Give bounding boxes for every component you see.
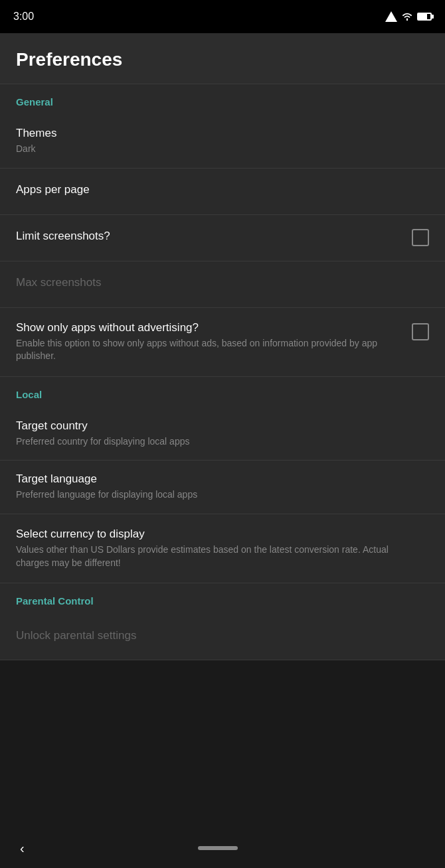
parental-section-header: Parental control (0, 583, 445, 614)
local-label: Local (16, 389, 42, 400)
unlock-parental-item[interactable]: Unlock parental settings (0, 614, 445, 660)
limit-screenshots-checkbox[interactable] (412, 229, 429, 246)
target-country-content: Target country Preferred country for dis… (16, 419, 429, 449)
max-screenshots-content: Max screenshots (16, 276, 429, 292)
back-button[interactable]: ‹ (20, 841, 25, 856)
general-label: General (16, 96, 53, 108)
no-ads-title: Show only apps without advertising? (16, 321, 401, 334)
home-pill[interactable] (198, 846, 238, 850)
status-time: 3:00 (13, 11, 34, 23)
general-section-header: General (0, 84, 445, 115)
themes-item[interactable]: Themes Dark (0, 115, 445, 169)
themes-title: Themes (16, 127, 418, 140)
themes-content: Themes Dark (16, 127, 429, 156)
limit-screenshots-content: Limit screenshots? (16, 230, 412, 246)
parental-label: Parental control (16, 595, 94, 607)
apps-per-page-content: Apps per page (16, 183, 429, 199)
local-section-header: Local (0, 377, 445, 407)
target-language-item[interactable]: Target language Preferred language for d… (0, 461, 445, 514)
page-title: Preferences (16, 49, 429, 70)
apps-per-page-item[interactable]: Apps per page (0, 169, 445, 215)
limit-screenshots-item[interactable]: Limit screenshots? (0, 215, 445, 261)
unlock-parental-content: Unlock parental settings (16, 629, 429, 645)
header: Preferences (0, 33, 445, 84)
battery-icon (417, 13, 432, 21)
target-language-content: Target language Preferred language for d… (16, 472, 429, 502)
svg-marker-0 (385, 11, 397, 22)
wifi-icon (401, 12, 413, 21)
bottom-spacer (0, 660, 445, 713)
select-currency-content: Select currency to display Values other … (16, 528, 429, 569)
limit-screenshots-title: Limit screenshots? (16, 230, 401, 243)
themes-subtitle: Dark (16, 143, 418, 156)
no-ads-item[interactable]: Show only apps without advertising? Enab… (0, 308, 445, 377)
target-country-subtitle: Preferred country for displaying local a… (16, 435, 418, 449)
status-icons (385, 11, 432, 22)
target-language-subtitle: Preferred language for displaying local … (16, 488, 418, 502)
no-ads-checkbox[interactable] (412, 323, 429, 340)
signal-icon (385, 11, 397, 22)
nav-bar: ‹ (0, 828, 445, 868)
max-screenshots-item[interactable]: Max screenshots (0, 261, 445, 308)
max-screenshots-title: Max screenshots (16, 276, 418, 289)
select-currency-item[interactable]: Select currency to display Values other … (0, 514, 445, 583)
target-language-title: Target language (16, 472, 418, 486)
target-country-title: Target country (16, 419, 418, 433)
parental-section: Parental control Unlock parental setting… (0, 583, 445, 660)
local-section: Local Target country Preferred country f… (0, 377, 445, 583)
no-ads-content: Show only apps without advertising? Enab… (16, 321, 412, 363)
select-currency-title: Select currency to display (16, 528, 418, 541)
no-ads-subtitle: Enable this option to show only apps wit… (16, 337, 401, 363)
target-country-item[interactable]: Target country Preferred country for dis… (0, 407, 445, 461)
apps-per-page-title: Apps per page (16, 183, 418, 196)
select-currency-subtitle: Values other than US Dollars provide est… (16, 543, 418, 569)
general-section: General Themes Dark Apps per page Limit … (0, 84, 445, 377)
status-bar: 3:00 (0, 0, 445, 33)
unlock-parental-title: Unlock parental settings (16, 629, 418, 642)
